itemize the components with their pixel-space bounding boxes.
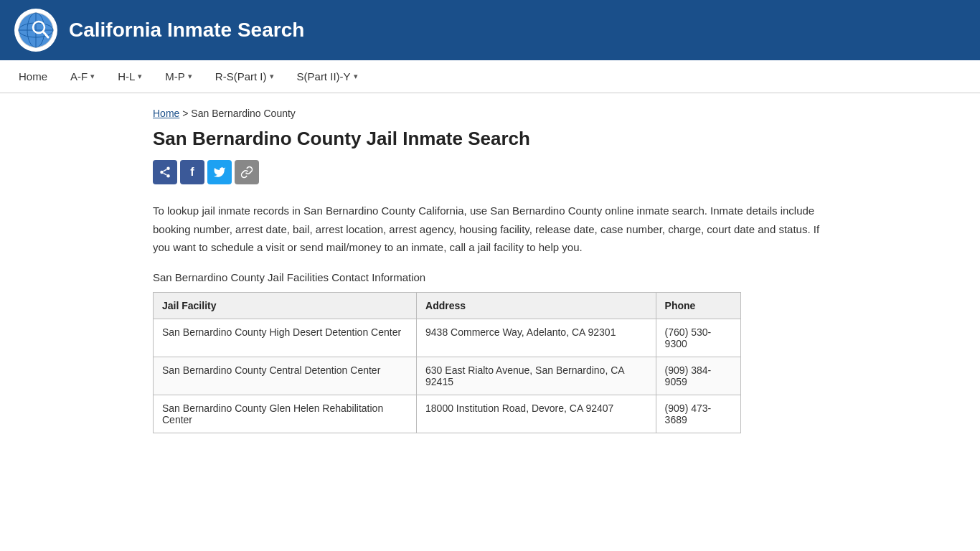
cell-facility: San Bernardino County Central Detention … xyxy=(154,357,417,395)
nav-af-arrow: ▾ xyxy=(90,72,95,81)
site-header: California Inmate Search xyxy=(0,0,980,60)
svg-point-8 xyxy=(160,171,164,174)
nav-rs-arrow: ▾ xyxy=(270,72,274,81)
breadcrumb-home-link[interactable]: Home xyxy=(153,108,179,119)
site-title: California Inmate Search xyxy=(69,19,304,42)
nav-sy[interactable]: S(Part II)-Y ▾ xyxy=(286,62,369,91)
main-content: Home > San Bernardino County San Bernard… xyxy=(138,93,842,448)
table-row: San Bernardino County Glen Helen Rehabil… xyxy=(154,395,741,433)
page-title: San Bernardino County Jail Inmate Search xyxy=(153,128,827,150)
copy-link-button[interactable] xyxy=(235,160,259,184)
breadcrumb-current: San Bernardino County xyxy=(191,108,296,119)
cell-phone: (760) 530-9300 xyxy=(656,319,740,357)
nav-hl-arrow: ▾ xyxy=(138,72,142,81)
breadcrumb-separator: > xyxy=(182,108,191,119)
social-share-bar: f xyxy=(153,160,827,184)
facilities-section-title: San Bernardino County Jail Facilities Co… xyxy=(153,271,827,283)
table-row: San Bernardino County High Desert Detent… xyxy=(154,319,741,357)
col-header-address: Address xyxy=(417,292,656,319)
cell-phone: (909) 384-9059 xyxy=(656,357,740,395)
twitter-button[interactable] xyxy=(207,160,232,184)
breadcrumb: Home > San Bernardino County xyxy=(153,108,827,119)
svg-line-11 xyxy=(164,173,167,175)
facebook-button[interactable]: f xyxy=(180,160,204,184)
nav-rs[interactable]: R-S(Part I) ▾ xyxy=(204,62,286,91)
cell-address: 18000 Institution Road, Devore, CA 92407 xyxy=(417,395,656,433)
cell-facility: San Bernardino County Glen Helen Rehabil… xyxy=(154,395,417,433)
cell-address: 9438 Commerce Way, Adelanto, CA 92301 xyxy=(417,319,656,357)
share-button[interactable] xyxy=(153,160,177,184)
nav-mp[interactable]: M-P ▾ xyxy=(154,62,204,91)
globe-icon xyxy=(17,11,55,49)
col-header-phone: Phone xyxy=(656,292,740,319)
table-row: San Bernardino County Central Detention … xyxy=(154,357,741,395)
cell-facility: San Bernardino County High Desert Detent… xyxy=(154,319,417,357)
nav-home[interactable]: Home xyxy=(7,62,59,91)
table-body: San Bernardino County High Desert Detent… xyxy=(154,319,741,433)
table-header-row: Jail Facility Address Phone xyxy=(154,292,741,319)
facilities-table: Jail Facility Address Phone San Bernardi… xyxy=(153,292,741,433)
nav-mp-arrow: ▾ xyxy=(188,72,192,81)
nav-af[interactable]: A-F ▾ xyxy=(59,62,106,91)
col-header-facility: Jail Facility xyxy=(154,292,417,319)
logo xyxy=(14,9,57,52)
cell-address: 630 East Rialto Avenue, San Bernardino, … xyxy=(417,357,656,395)
main-nav: Home A-F ▾ H-L ▾ M-P ▾ R-S(Part I) ▾ S(P… xyxy=(0,60,980,93)
svg-line-10 xyxy=(164,169,167,171)
nav-sy-arrow: ▾ xyxy=(354,72,358,81)
svg-point-9 xyxy=(166,174,170,178)
svg-point-7 xyxy=(166,167,170,171)
cell-phone: (909) 473-3689 xyxy=(656,395,740,433)
nav-hl[interactable]: H-L ▾ xyxy=(106,62,154,91)
description-text: To lookup jail inmate records in San Ber… xyxy=(153,202,827,257)
